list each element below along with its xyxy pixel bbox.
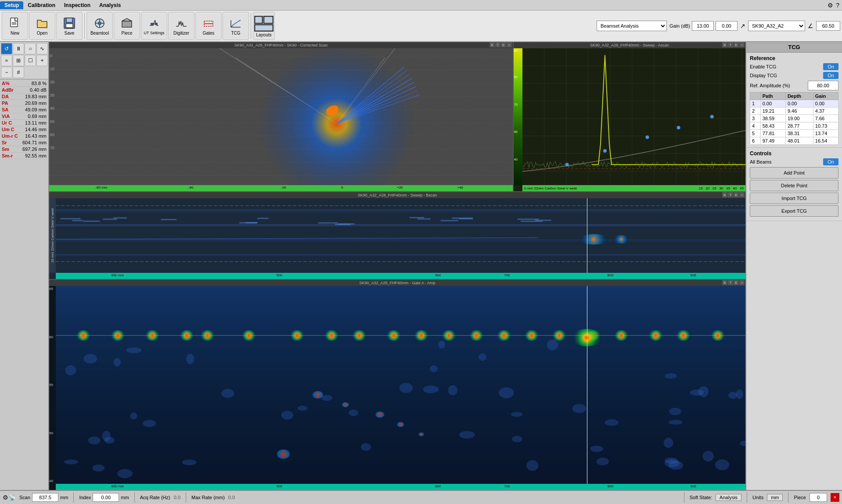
left-tools: ↺ ⏸ ○ ∿ ≈ ⊞ ☐ + − #: [0, 42, 49, 79]
gate-btn-x[interactable]: ×: [739, 280, 745, 285]
minus-tool[interactable]: −: [1, 67, 12, 78]
ascan-canvas: [522, 48, 745, 185]
index-input[interactable]: [93, 493, 119, 502]
meas-umc: Um C 14.46 mm: [2, 126, 47, 133]
units-value: mm: [767, 494, 783, 501]
beamtool-button[interactable]: Beamtool: [86, 12, 113, 40]
reference-title: Reference: [750, 55, 838, 61]
bscan-btn-x[interactable]: ×: [739, 192, 745, 197]
svg-rect-23: [264, 16, 273, 23]
menu-inspection[interactable]: Inspection: [60, 1, 95, 9]
add-point-button[interactable]: Add Point: [750, 167, 838, 179]
ascan-btn-x[interactable]: ×: [739, 42, 745, 47]
display-tcg-row: Display TCG On: [750, 72, 838, 79]
status-sep5: [747, 492, 747, 503]
rect-tool[interactable]: ☐: [25, 55, 36, 66]
wave2-tool[interactable]: ≈: [1, 55, 12, 66]
import-tcg-button[interactable]: Import TCG: [750, 193, 838, 204]
refresh-btn[interactable]: ↺: [1, 43, 12, 54]
v1-btn-e[interactable]: E: [501, 42, 506, 47]
piece-button[interactable]: Piece: [114, 12, 140, 40]
digitizer-button[interactable]: Digitizer: [168, 12, 194, 40]
meas-da: DA 19.83 mm: [2, 93, 47, 100]
measurements-panel: A% 83.8 % AdBr 0.40 dB DA 19.83 mm PA 20…: [0, 79, 48, 160]
gates-button[interactable]: Gates: [195, 12, 222, 40]
bscan-btn-e[interactable]: E: [734, 192, 739, 197]
gate-btn-b[interactable]: B: [722, 280, 727, 285]
angle-input[interactable]: [816, 21, 840, 31]
ref-amplitude-input[interactable]: [808, 81, 838, 90]
reference-section: Reference Enable TCG On Display TCG On R…: [746, 53, 842, 148]
toolbar-sep1: [84, 13, 85, 39]
beam-icon: ↗: [740, 22, 745, 29]
piece-input[interactable]: [810, 493, 827, 502]
status-sep3: [186, 492, 186, 503]
all-beams-toggle[interactable]: On: [823, 158, 838, 165]
wave-tool[interactable]: ∿: [36, 43, 48, 54]
scan-input[interactable]: [32, 493, 58, 502]
toolbar-sep2: [251, 13, 251, 39]
gain-input1[interactable]: [692, 21, 714, 31]
hash-tool[interactable]: #: [13, 67, 24, 78]
layouts-button[interactable]: Layouts: [253, 12, 275, 40]
tcg-row-1[interactable]: 10.000.000.00: [750, 100, 838, 107]
tcg-toolbar-button[interactable]: TCG: [223, 12, 249, 40]
bscan-btn-b[interactable]: B: [722, 192, 727, 197]
tcg-col-depth: Depth: [785, 93, 813, 100]
all-beams-row: All Beams On: [750, 158, 838, 165]
ascan-btn-e[interactable]: E: [734, 42, 739, 47]
v1-btn-x[interactable]: ×: [507, 42, 512, 47]
meas-a-pct: A% 83.8 %: [2, 80, 47, 87]
enable-tcg-toggle[interactable]: On: [823, 63, 838, 70]
ascan-btn-b[interactable]: B: [722, 42, 727, 47]
menu-analysis[interactable]: Analysis: [95, 1, 125, 9]
beam-name-select[interactable]: SK90_A32_A2: [748, 21, 805, 31]
bscan-header: SK90_A32_A28_FHP40mm - Sweep - Bscan B T…: [49, 192, 745, 198]
pause-btn[interactable]: ⏸: [13, 43, 24, 54]
menu-calibration[interactable]: Calibration: [23, 1, 60, 9]
circle-tool[interactable]: ○: [25, 43, 36, 54]
v1-btn-b[interactable]: B: [489, 42, 495, 47]
export-tcg-button[interactable]: Export TCG: [750, 205, 838, 217]
beamset-select[interactable]: Beamset Analysis: [597, 21, 667, 31]
meas-urc: Ur C 13.11 mm: [2, 120, 47, 126]
grid-tool[interactable]: ⊞: [13, 55, 24, 66]
meas-sa: SA 49.09 mm: [2, 107, 47, 113]
corrected-scan-view[interactable]: SK90_A32_A28_FHP40mm - SK90 - Corrected …: [49, 42, 513, 191]
status-bar: ⚙📡 Scan mm Index mm Acq Rate (Hz) 0.0 Ma…: [0, 490, 842, 504]
tcg-row-4[interactable]: 458.4328.7710.73: [750, 122, 838, 130]
gate-btn-e[interactable]: E: [734, 280, 739, 285]
new-button[interactable]: New: [2, 12, 28, 40]
v1-btn-t[interactable]: T: [495, 42, 500, 47]
tcg-col-path: Path: [760, 93, 785, 100]
piece-x-button[interactable]: ×: [831, 493, 839, 502]
svg-rect-16: [151, 23, 153, 25]
tcg-row-6[interactable]: 697.4948.0116.54: [750, 137, 838, 145]
bscan-view[interactable]: SK90_A32_A28_FHP40mm - Sweep - Bscan B T…: [49, 191, 745, 279]
ascan-view[interactable]: SK90_A32_A28_FHP40mm - Sweep - Ascan B T…: [513, 42, 745, 191]
status-sep2: [134, 492, 135, 503]
tcg-row-3[interactable]: 338.5919.007.66: [750, 115, 838, 122]
bscan-btn-t[interactable]: T: [728, 192, 733, 197]
status-icons: ⚙📡: [3, 494, 16, 501]
controls-section: Controls All Beams On Add Point Delete P…: [746, 148, 842, 221]
soft-state-value: Analysis: [716, 494, 741, 501]
gate-btn-t[interactable]: T: [728, 280, 733, 285]
status-sep6: [788, 492, 788, 503]
open-button[interactable]: Open: [29, 12, 55, 40]
ut-settings-button[interactable]: UT Settings: [141, 12, 167, 40]
tcg-row-5[interactable]: 577.8138.3113.74: [750, 130, 838, 137]
soft-state-label: Soft State:: [690, 495, 712, 500]
help-icon[interactable]: ?: [836, 2, 839, 9]
ascan-btn-t[interactable]: T: [728, 42, 733, 47]
plus-tool[interactable]: +: [36, 55, 48, 66]
save-button[interactable]: Save: [56, 12, 83, 40]
delete-point-button[interactable]: Delete Point: [750, 180, 838, 191]
settings-icon[interactable]: ⚙: [828, 2, 833, 9]
gain-input2[interactable]: [716, 21, 738, 31]
toolbar: New Open Save Beamtool Piece: [0, 11, 842, 42]
tcg-row-2[interactable]: 219.219.464.37: [750, 107, 838, 115]
menu-setup[interactable]: Setup: [0, 1, 23, 9]
gate-amp-view[interactable]: SK90_A32_A28_FHP40mm - Gate A - Amp B T …: [49, 279, 745, 490]
display-tcg-toggle[interactable]: On: [823, 72, 838, 79]
